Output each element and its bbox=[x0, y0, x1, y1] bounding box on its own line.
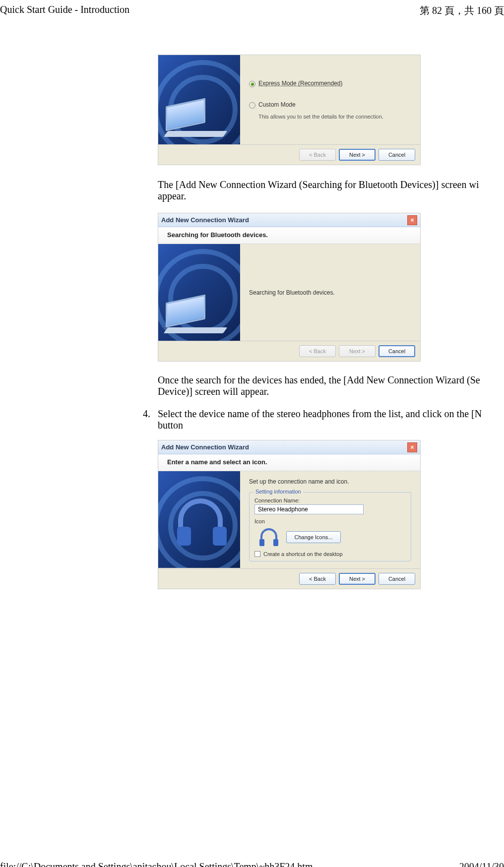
radio-custom[interactable] bbox=[249, 102, 255, 109]
paragraph-searching: The [Add New Connection Wizard (Searchin… bbox=[158, 179, 504, 202]
radio-express-label: Express Mode (Recommended) bbox=[258, 80, 342, 87]
connection-name-field[interactable] bbox=[254, 504, 364, 514]
close-icon[interactable]: × bbox=[407, 215, 417, 225]
dialog-subhead: Searching for Bluetooth devices. bbox=[158, 227, 420, 244]
wizard-sidebar-image bbox=[158, 471, 240, 568]
next-button[interactable]: Next > bbox=[339, 149, 376, 161]
change-icons-button[interactable]: Change Icons... bbox=[286, 531, 341, 543]
footer-date: 2004/11/30 bbox=[459, 861, 504, 867]
wizard-sidebar-image bbox=[158, 55, 240, 144]
back-button: < Back bbox=[299, 149, 336, 161]
intro-line: Set up the connection name and icon. bbox=[249, 478, 411, 485]
dialog-title: Add New Connection Wizard bbox=[161, 216, 249, 224]
dialog-subhead: Enter a name and select an icon. bbox=[158, 454, 420, 471]
dialog-title: Add New Connection Wizard bbox=[161, 443, 249, 451]
paragraph-search-ended: Once the search for the devices has ende… bbox=[158, 374, 504, 397]
radio-custom-desc: This allows you to set the details for t… bbox=[258, 114, 411, 120]
footer-path: file://C:\Documents and Settings\anitach… bbox=[0, 861, 313, 867]
dialog-name-icon: Add New Connection Wizard × Enter a name… bbox=[158, 440, 421, 589]
radio-custom-label: Custom Mode bbox=[258, 101, 296, 108]
radio-express[interactable] bbox=[249, 81, 255, 87]
cancel-button[interactable]: Cancel bbox=[378, 345, 415, 357]
dialog-mode-select: Express Mode (Recommended) Custom Mode T… bbox=[158, 55, 421, 165]
next-button[interactable]: Next > bbox=[339, 573, 376, 585]
wizard-sidebar-image bbox=[158, 244, 240, 341]
searching-status: Searching for Bluetooth devices. bbox=[249, 289, 411, 296]
headphone-icon: ♪ bbox=[259, 528, 279, 546]
back-button[interactable]: < Back bbox=[299, 573, 336, 585]
step-number-4: 4. bbox=[143, 408, 150, 420]
page-header-pagenum: 第 82 頁，共 160 頁 bbox=[420, 4, 504, 17]
shortcut-checkbox[interactable] bbox=[254, 551, 260, 557]
close-icon[interactable]: × bbox=[407, 442, 417, 452]
connection-name-label: Connection Name: bbox=[254, 497, 406, 503]
dialog-searching: Add New Connection Wizard × Searching fo… bbox=[158, 213, 421, 362]
page-header-title: Quick Start Guide - Introduction bbox=[0, 4, 129, 15]
cancel-button[interactable]: Cancel bbox=[378, 573, 415, 585]
cancel-button[interactable]: Cancel bbox=[378, 149, 415, 161]
shortcut-label: Create a shortcut on the desktop bbox=[263, 551, 343, 557]
back-button: < Back bbox=[299, 345, 336, 357]
icon-label: Icon bbox=[254, 518, 406, 524]
next-button: Next > bbox=[339, 345, 376, 357]
fieldset-legend: Setting information bbox=[253, 489, 303, 495]
step-4-text: Select the device name of the stereo hea… bbox=[158, 408, 504, 431]
